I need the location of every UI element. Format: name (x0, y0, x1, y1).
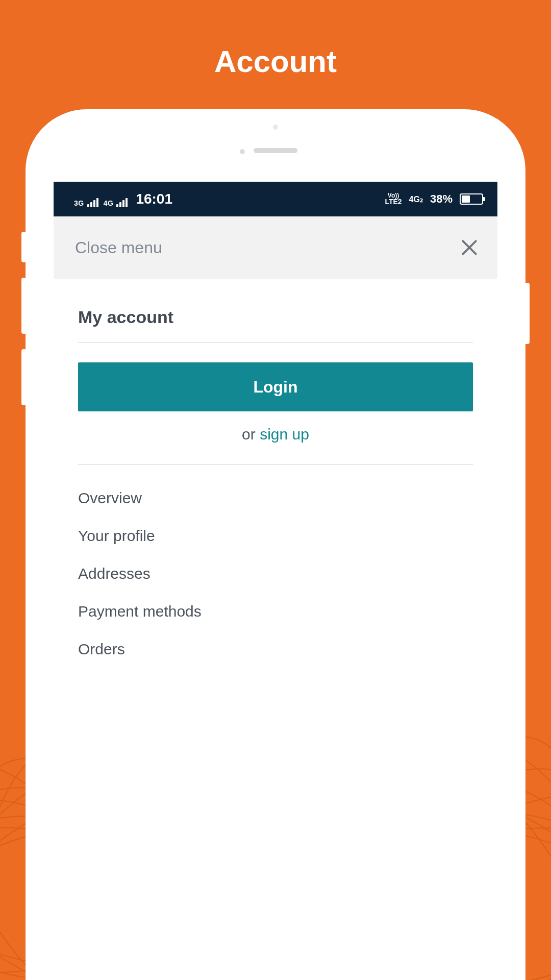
battery-icon (460, 193, 483, 205)
menu-item-overview[interactable]: Overview (78, 479, 473, 517)
account-menu-list: Overview Your profile Addresses Payment … (78, 465, 473, 668)
volte-indicator: Vo)) LTE2 (385, 193, 402, 205)
close-icon[interactable] (460, 238, 479, 257)
login-button[interactable]: Login (78, 362, 473, 411)
signup-or-text: or (242, 426, 260, 443)
status-bar: 3G 4G 16:01 Vo)) LTE2 4G₂ 38% (54, 182, 497, 216)
menu-item-profile[interactable]: Your profile (78, 517, 473, 555)
phone-frame: 3G 4G 16:01 Vo)) LTE2 4G₂ 38% Cl (26, 109, 525, 980)
my-account-heading: My account (78, 307, 473, 343)
close-menu-label: Close menu (75, 238, 162, 257)
phone-camera-dot (273, 125, 278, 130)
signup-link[interactable]: sign up (260, 426, 309, 443)
phone-proximity-dot (240, 149, 245, 154)
close-menu-bar[interactable]: Close menu (54, 216, 497, 279)
signal-bars-icon (87, 198, 98, 207)
phone-side-button (21, 232, 27, 262)
menu-item-addresses[interactable]: Addresses (78, 555, 473, 593)
network-2-label: 4G (104, 199, 114, 207)
signup-row: or sign up (78, 426, 473, 465)
phone-side-button (21, 349, 27, 405)
phone-screen: 3G 4G 16:01 Vo)) LTE2 4G₂ 38% Cl (54, 182, 497, 980)
signal-bars-icon (116, 198, 128, 207)
4g2-indicator: 4G₂ (409, 194, 423, 204)
page-title: Account (0, 0, 551, 79)
network-1-label: 3G (74, 199, 84, 207)
menu-item-payment[interactable]: Payment methods (78, 593, 473, 630)
phone-side-button (21, 278, 27, 334)
battery-percentage: 38% (430, 192, 453, 206)
status-time: 16:01 (136, 191, 172, 207)
menu-item-orders[interactable]: Orders (78, 630, 473, 668)
phone-earpiece (254, 148, 297, 153)
phone-side-button (524, 283, 530, 344)
